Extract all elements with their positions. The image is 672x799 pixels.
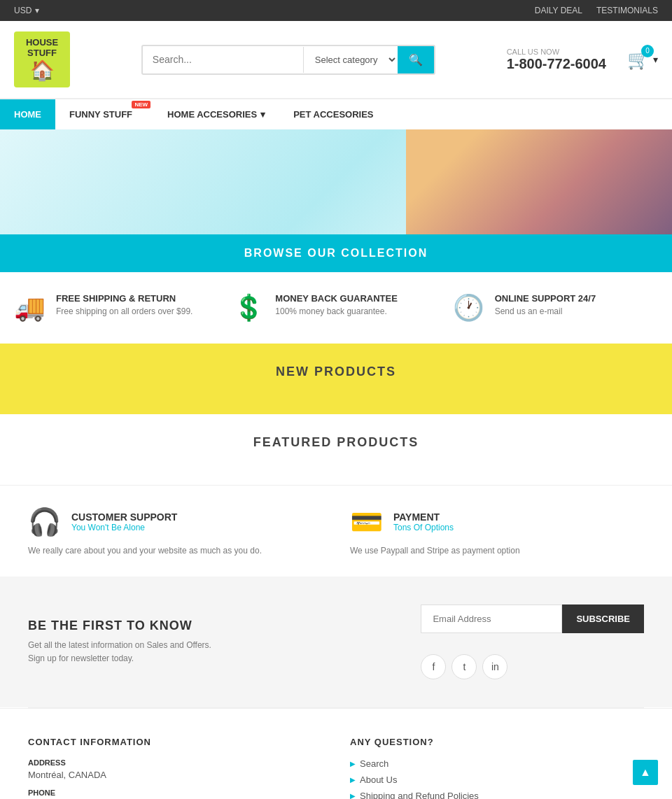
currency-label: USD [14, 6, 31, 15]
nav-item-home-accessories[interactable]: HOME ACCESORIES ▾ [153, 99, 279, 129]
search-button[interactable]: 🔍 [398, 46, 434, 73]
cart-badge: 0 [641, 45, 654, 57]
cart-arrow: ▾ [653, 54, 658, 65]
new-products-section: NEW PRODUCTS [0, 344, 672, 414]
email-input[interactable] [421, 604, 562, 633]
back-to-top-button[interactable]: ▲ [633, 760, 658, 785]
feature-shipping-title: FREE SHIPPING & RETURN [56, 293, 192, 304]
payment-block: 💳 PAYMENT Tons Of Options We use Paypall… [350, 507, 644, 556]
features-section: 🚚 FREE SHIPPING & RETURN Free shipping o… [0, 272, 672, 344]
feature-shipping-desc: Free shipping on all orders over $99. [56, 306, 192, 316]
feature-support-title: ONLINE SUPPORT 24/7 [495, 293, 596, 304]
social-icons: f t in [421, 654, 644, 679]
feature-money-title: MONEY BACK GUARANTEE [275, 293, 398, 304]
arrow-icon: ▶ [350, 760, 356, 768]
logo-line1: HOUSE [26, 37, 58, 48]
feature-money-back: 💲 MONEY BACK GUARANTEE 100% money back g… [233, 293, 438, 323]
payment-text: We use Paypall and Stripe as payment opt… [350, 546, 644, 556]
feature-support-text: ONLINE SUPPORT 24/7 Send us an e-mail [495, 293, 596, 316]
daily-deal-link[interactable]: DAILY DEAL [535, 6, 582, 15]
newsletter-left: BE THE FIRST TO KNOW Get all the latest … [28, 618, 211, 665]
cart-area[interactable]: 🛒 0 ▾ [627, 49, 658, 71]
feature-support-desc: Send us an e-mail [495, 306, 596, 316]
top-bar: USD ▾ DAILY DEAL TESTIMONIALS [0, 0, 672, 21]
card-icon: 💳 [350, 507, 383, 537]
top-bar-links: DAILY DEAL TESTIMONIALS [535, 6, 658, 15]
feature-money-desc: 100% money back guarantee. [275, 306, 398, 316]
new-products-title: NEW PRODUCTS [14, 365, 658, 379]
footer-link-search[interactable]: ▶ Search [350, 758, 644, 769]
testimonials-link[interactable]: TESTIMONIALS [596, 6, 658, 15]
search-bar: Select category 🔍 [141, 45, 435, 75]
customer-support-titles: CUSTOMER SUPPORT You Won't Be Alone [71, 511, 177, 532]
arrow-icon: ▶ [350, 776, 356, 784]
newsletter-title: BE THE FIRST TO KNOW [28, 618, 211, 633]
linkedin-icon[interactable]: in [482, 654, 507, 679]
logo-line2: STUFF [27, 48, 57, 59]
logo-house-icon: 🏠 [30, 59, 55, 83]
phone-label: PHONE [28, 789, 322, 797]
footer-link-shipping[interactable]: ▶ Shipping and Refund Policies [350, 791, 644, 799]
browse-title: BROWSE OUR COLLECTION [244, 247, 428, 259]
newsletter-desc: Get all the latest information on Sales … [28, 639, 211, 665]
nav-item-funny-stuff[interactable]: FUNNY STUFF NEW [55, 99, 153, 129]
arrow-icon: ▶ [350, 792, 356, 799]
category-select[interactable]: Select category [303, 47, 398, 73]
address-value: Montréal, CANADA [28, 770, 322, 780]
footer-contact-col: CONTACT INFORMATION ADDRESS Montréal, CA… [28, 737, 322, 799]
newsletter-section: BE THE FIRST TO KNOW Get all the latest … [0, 577, 672, 707]
footer-questions-col: ANY QUESTION? ▶ Search ▶ About Us ▶ Ship… [350, 737, 644, 799]
clock-icon: 🕐 [453, 293, 484, 323]
support-section: 🎧 CUSTOMER SUPPORT You Won't Be Alone We… [0, 485, 672, 577]
nav-item-home[interactable]: HOME [0, 99, 55, 129]
banner-image [406, 129, 672, 234]
feature-shipping-text: FREE SHIPPING & RETURN Free shipping on … [56, 293, 192, 316]
feature-money-text: MONEY BACK GUARANTEE 100% money back gua… [275, 293, 398, 316]
customer-support-title: CUSTOMER SUPPORT [71, 511, 177, 523]
currency-selector[interactable]: USD ▾ [14, 6, 39, 15]
facebook-icon[interactable]: f [421, 654, 446, 679]
truck-icon: 🚚 [14, 293, 46, 323]
address-label: ADDRESS [28, 758, 322, 767]
customer-support-text: We really care about you and your websit… [28, 546, 322, 556]
customer-support-header: 🎧 CUSTOMER SUPPORT You Won't Be Alone [28, 507, 322, 537]
footer-main: CONTACT INFORMATION ADDRESS Montréal, CA… [0, 708, 672, 799]
headset-icon: 🎧 [28, 507, 61, 537]
subscribe-button[interactable]: SUBSCRIBE [562, 604, 644, 633]
payment-header: 💳 PAYMENT Tons Of Options [350, 507, 644, 537]
feature-support: 🕐 ONLINE SUPPORT 24/7 Send us an e-mail [453, 293, 658, 323]
browse-section: BROWSE OUR COLLECTION [0, 234, 672, 272]
twitter-icon[interactable]: t [451, 654, 477, 679]
banner-area [0, 129, 672, 234]
newsletter-form: SUBSCRIBE [421, 604, 644, 633]
call-label: CALL US NOW [507, 48, 606, 56]
footer-link-about[interactable]: ▶ About Us [350, 775, 644, 785]
banner-people-image [406, 129, 672, 234]
footer-questions-heading: ANY QUESTION? [350, 737, 644, 747]
header: HOUSE STUFF 🏠 Select category 🔍 CALL US … [0, 21, 672, 98]
logo[interactable]: HOUSE STUFF 🏠 [14, 31, 70, 87]
new-badge: NEW [132, 101, 150, 108]
call-us: CALL US NOW 1-800-772-6004 [507, 48, 606, 72]
feature-shipping: 🚚 FREE SHIPPING & RETURN Free shipping o… [14, 293, 219, 323]
money-icon: 💲 [233, 293, 265, 323]
customer-support-block: 🎧 CUSTOMER SUPPORT You Won't Be Alone We… [28, 507, 322, 556]
currency-arrow: ▾ [35, 6, 39, 15]
payment-titles: PAYMENT Tons Of Options [393, 511, 454, 532]
main-nav: HOME FUNNY STUFF NEW HOME ACCESORIES ▾ P… [0, 98, 672, 129]
payment-title: PAYMENT [393, 511, 454, 523]
nav-item-pet-accessories[interactable]: PET ACCESORIES [279, 99, 387, 129]
cart-icon-wrap: 🛒 0 [627, 49, 650, 71]
payment-subtitle: Tons Of Options [393, 523, 454, 532]
featured-products-section: FEATURED PRODUCTS [0, 414, 672, 485]
customer-support-subtitle: You Won't Be Alone [71, 523, 177, 532]
featured-products-title: FEATURED PRODUCTS [14, 435, 658, 450]
header-right: CALL US NOW 1-800-772-6004 🛒 0 ▾ [507, 48, 658, 72]
search-input[interactable] [143, 47, 303, 72]
footer-contact-heading: CONTACT INFORMATION [28, 737, 322, 747]
phone-number: 1-800-772-6004 [507, 56, 606, 72]
dropdown-arrow-icon: ▾ [260, 109, 265, 120]
